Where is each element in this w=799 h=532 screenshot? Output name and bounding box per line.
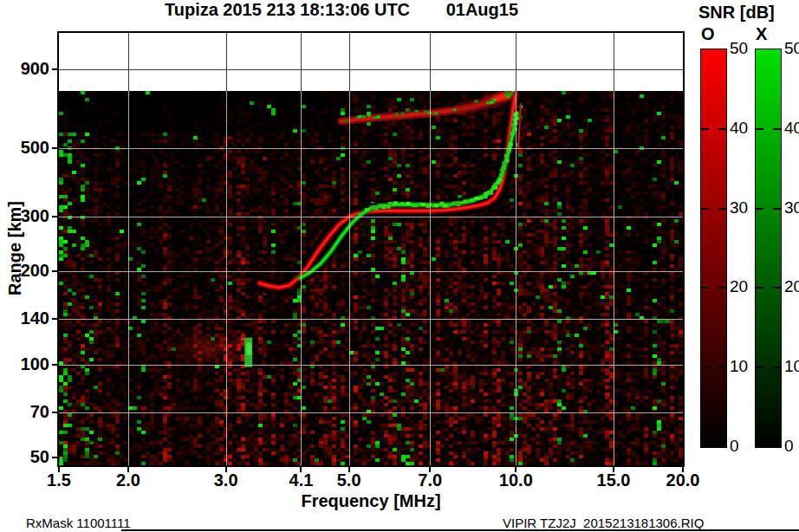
colorbar-tick-dash xyxy=(718,128,726,130)
colorbar-tick-dash xyxy=(701,208,709,210)
y-axis-tick xyxy=(52,147,58,149)
y-tick-label: 500 xyxy=(0,138,49,158)
x-tick-label: 2.0 xyxy=(107,470,150,490)
x-tick-label: 1.5 xyxy=(37,470,81,490)
y-axis-tick xyxy=(52,68,58,70)
x-axis-tick xyxy=(300,467,302,472)
o-mode-label: O xyxy=(701,24,715,44)
x-axis-tick xyxy=(58,467,60,472)
y-axis-title: Range [km] xyxy=(5,162,25,335)
colorbar-tick-label: 50 xyxy=(784,39,799,58)
x-tick-label: 20.0 xyxy=(661,470,705,490)
o-mode-colorbar xyxy=(700,49,727,448)
y-tick-label: 50 xyxy=(0,447,49,467)
colorbar-tick-dash xyxy=(718,208,726,210)
plot-frame xyxy=(57,31,685,467)
x-tick-label: 10.0 xyxy=(494,470,537,490)
x-axis-tick xyxy=(613,467,614,472)
colorbar-tick-label: 40 xyxy=(784,119,799,138)
colorbar-tick-dash xyxy=(718,287,726,289)
y-tick-label: 900 xyxy=(0,59,49,79)
x-axis-tick xyxy=(682,467,684,472)
snr-colorbar-title: SNR [dB] xyxy=(698,3,775,23)
x-mode-colorbar xyxy=(755,49,782,448)
y-axis-tick xyxy=(52,364,58,366)
y-axis-tick xyxy=(52,270,58,272)
colorbar-tick-dash xyxy=(718,367,726,368)
chart-header: Tupiza 2015 213 18:13:06 UTC 01Aug15 xyxy=(0,0,683,20)
bottom-rule xyxy=(121,529,799,531)
app-root: Tupiza 2015 213 18:13:06 UTC 01Aug15 900… xyxy=(0,0,799,532)
colorbar-tick-label: 10 xyxy=(784,357,799,376)
colorbar-tick-label: 20 xyxy=(784,277,799,296)
x-axis-tick xyxy=(429,467,431,472)
y-tick-label: 100 xyxy=(0,354,49,374)
colorbar-tick-label: 0 xyxy=(730,437,764,456)
y-axis-tick xyxy=(52,457,58,458)
x-tick-label: 5.0 xyxy=(328,470,371,490)
x-axis-tick xyxy=(127,467,129,472)
x-tick-label: 15.0 xyxy=(592,470,635,490)
colorbar-tick-label: 10 xyxy=(730,357,764,376)
colorbar-tick-dash xyxy=(773,287,781,289)
y-axis-tick xyxy=(52,318,58,320)
colorbar-tick-dash xyxy=(773,367,781,368)
x-axis-title: Frequency [MHz] xyxy=(59,491,683,511)
colorbar-tick-dash xyxy=(701,128,709,130)
x-tick-label: 7.0 xyxy=(408,470,451,490)
colorbar-tick-label: 0 xyxy=(784,437,799,456)
y-tick-label: 70 xyxy=(0,402,49,422)
colorbar-tick-dash xyxy=(773,128,781,130)
chart-date: 01Aug15 xyxy=(446,0,518,19)
colorbar-tick-dash xyxy=(701,367,709,368)
x-tick-label: 4.1 xyxy=(279,470,322,490)
x-axis-tick xyxy=(348,467,350,472)
x-axis-tick xyxy=(225,467,227,472)
ionogram-canvas xyxy=(59,33,683,465)
filename-text: VIPIR TZJ2J_2015213181306.RIQ xyxy=(503,516,704,530)
colorbar-tick-label: 30 xyxy=(730,198,764,217)
y-axis-tick xyxy=(52,412,58,413)
x-tick-label: 3.0 xyxy=(205,470,248,490)
colorbar-tick-label: 50 xyxy=(730,39,764,58)
rxmask-text: RxMask 11001111 xyxy=(26,516,131,530)
colorbar-tick-label: 20 xyxy=(730,277,764,296)
colorbar-tick-label: 40 xyxy=(730,119,764,138)
colorbar-tick-dash xyxy=(773,208,781,210)
colorbar-tick-dash xyxy=(701,287,709,289)
colorbar-tick-label: 30 xyxy=(784,198,799,217)
y-axis-tick xyxy=(52,216,58,217)
chart-title: Tupiza 2015 213 18:13:06 UTC xyxy=(165,0,410,19)
x-axis-tick xyxy=(515,467,516,472)
